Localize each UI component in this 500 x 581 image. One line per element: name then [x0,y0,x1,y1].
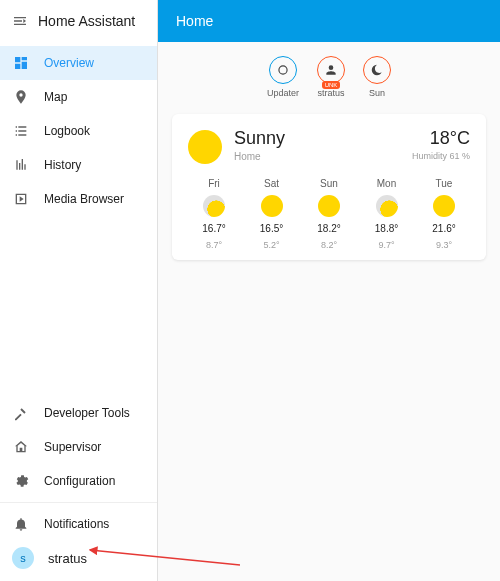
nav-tools: Developer Tools Supervisor Configuration [0,390,157,498]
partly-cloudy-icon [203,195,225,217]
nav-label: Developer Tools [44,406,130,420]
person-icon: UNK [317,56,345,84]
nav-config[interactable]: Configuration [0,464,157,498]
nav-supervisor[interactable]: Supervisor [0,430,157,464]
sunny-icon [261,195,283,217]
circle-icon [269,56,297,84]
badge-sun[interactable]: Sun [363,56,391,98]
nav-label: Overview [44,56,94,70]
nav-media[interactable]: Media Browser [0,182,157,216]
forecast-day-label: Mon [377,178,396,189]
forecast-day-label: Fri [208,178,220,189]
nav-label: Configuration [44,474,115,488]
badge-stratus[interactable]: UNK stratus [317,56,345,98]
forecast-day: Tue21.6°9.3° [418,178,470,250]
nav-history[interactable]: History [0,148,157,182]
nav-label: History [44,158,81,172]
brand-title: Home Assistant [38,13,135,29]
forecast-high: 16.5° [260,223,283,234]
sunny-icon [318,195,340,217]
menu-collapse-icon[interactable] [12,13,28,29]
nav-label: Logbook [44,124,90,138]
list-icon [12,123,30,139]
weather-temperature: 18°C [412,128,470,149]
forecast-day-label: Sun [320,178,338,189]
main: Home Updater UNK stratus Sun [158,0,500,581]
nav-overview[interactable]: Overview [0,46,157,80]
weather-card[interactable]: Sunny Home 18°C Humidity 61 % Fri16.7°8.… [172,114,486,260]
forecast-high: 18.8° [375,223,398,234]
avatar: s [12,547,34,569]
user-name: stratus [48,551,87,566]
weather-readout: 18°C Humidity 61 % [412,128,470,161]
weather-location: Home [234,151,285,162]
forecast-high: 18.2° [317,223,340,234]
weather-condition: Sunny [234,128,285,149]
forecast-low: 8.2° [321,240,337,250]
badge-label: stratus [318,88,345,98]
forecast-low: 9.3° [436,240,452,250]
dashboard-icon [12,55,30,71]
page-title: Home [176,13,213,29]
nav-label: Map [44,90,67,104]
weather-humidity: Humidity 61 % [412,151,470,161]
forecast-row: Fri16.7°8.7°Sat16.5°5.2°Sun18.2°8.2°Mon1… [188,178,470,250]
user-menu[interactable]: s stratus [0,541,157,575]
map-icon [12,89,30,105]
partly-cloudy-icon [376,195,398,217]
nav-notifications[interactable]: Notifications [0,507,157,541]
moon-icon [363,56,391,84]
sidebar: Home Assistant Overview Map Logbook Hist… [0,0,158,581]
forecast-high: 21.6° [432,223,455,234]
sidebar-header: Home Assistant [0,0,157,42]
nav-devtools[interactable]: Developer Tools [0,396,157,430]
forecast-day: Fri16.7°8.7° [188,178,240,250]
forecast-day: Sun18.2°8.2° [303,178,355,250]
badge-updater[interactable]: Updater [267,56,299,98]
forecast-day-label: Sat [264,178,279,189]
weather-title-block: Sunny Home [234,128,285,162]
nav-label: Notifications [44,517,109,531]
badge-label: Sun [369,88,385,98]
badge-chip: UNK [322,81,341,89]
divider [0,502,157,503]
forecast-low: 9.7° [378,240,394,250]
weather-header: Sunny Home 18°C Humidity 61 % [188,128,470,164]
badge-row: Updater UNK stratus Sun [158,42,500,106]
forecast-day: Sat16.5°5.2° [246,178,298,250]
forecast-low: 8.7° [206,240,222,250]
bell-icon [12,516,30,532]
forecast-day: Mon18.8°9.7° [361,178,413,250]
chart-icon [12,157,30,173]
nav-logbook[interactable]: Logbook [0,114,157,148]
play-box-icon [12,191,30,207]
nav-label: Media Browser [44,192,124,206]
svg-point-0 [279,66,287,74]
forecast-high: 16.7° [202,223,225,234]
forecast-day-label: Tue [436,178,453,189]
badge-label: Updater [267,88,299,98]
hammer-icon [12,405,30,421]
sun-icon [188,130,222,164]
forecast-low: 5.2° [263,240,279,250]
gear-icon [12,473,30,489]
app-root: Home Assistant Overview Map Logbook Hist… [0,0,500,581]
nav-label: Supervisor [44,440,101,454]
nav-map[interactable]: Map [0,80,157,114]
home-assistant-icon [12,439,30,455]
sunny-icon [433,195,455,217]
topbar: Home [158,0,500,42]
nav-primary: Overview Map Logbook History Media Brows… [0,42,157,390]
